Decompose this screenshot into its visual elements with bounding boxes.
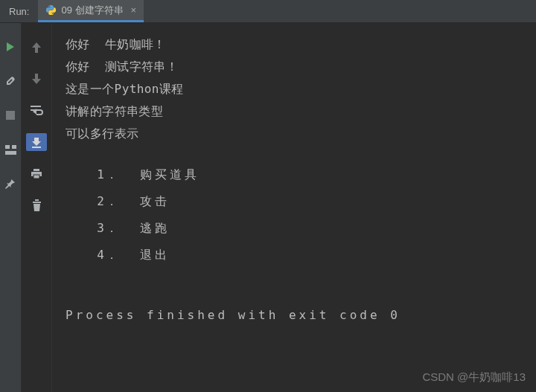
console-output[interactable]: 你好 牛奶咖啡！ 你好 测试字符串！ 这是一个Python课程 讲解的字符串类型…: [52, 23, 536, 392]
exit-message: Process finished with exit code 0: [66, 304, 536, 327]
menu-row: 4． 退出: [83, 242, 536, 269]
python-file-icon: [45, 4, 57, 16]
menu-row: 3． 逃跑: [83, 215, 536, 242]
svg-rect-5: [34, 169, 39, 171]
svg-rect-2: [12, 145, 16, 149]
svg-rect-9: [33, 202, 41, 203]
run-label: Run:: [0, 6, 38, 17]
menu-row: 2． 攻击: [83, 188, 536, 215]
run-tool-header: Run: 09 创建字符串 ×: [0, 0, 536, 23]
output-line: 讲解的字符串类型: [66, 100, 536, 123]
action-rail-right: [22, 23, 52, 392]
svg-rect-0: [6, 111, 15, 120]
edit-config-icon[interactable]: [3, 74, 18, 89]
run-config-tab[interactable]: 09 创建字符串 ×: [38, 0, 144, 22]
rerun-icon[interactable]: [3, 39, 18, 54]
menu-label: 购买道具: [140, 161, 200, 188]
up-arrow-icon[interactable]: [28, 39, 45, 56]
menu-label: 攻击: [140, 188, 170, 215]
output-line: 你好 测试字符串！: [66, 56, 536, 78]
menu-number: 2．: [83, 188, 140, 215]
svg-rect-3: [5, 151, 16, 155]
close-tab-icon[interactable]: ×: [131, 4, 137, 16]
soft-wrap-icon[interactable]: [28, 102, 45, 118]
action-rail-left: [0, 23, 22, 392]
watermark: CSDN @牛奶咖啡13: [422, 370, 526, 385]
output-line: 你好 牛奶咖啡！: [66, 33, 536, 56]
menu-number: 3．: [83, 215, 140, 242]
menu-label: 逃跑: [140, 215, 170, 242]
menu-number: 4．: [83, 242, 140, 269]
print-icon[interactable]: [28, 166, 45, 182]
menu-output: 1． 购买道具 2． 攻击 3． 逃跑 4． 退出: [83, 161, 536, 269]
output-line: 这是一个Python课程: [66, 78, 536, 100]
stop-icon[interactable]: [3, 108, 18, 123]
svg-rect-10: [35, 199, 39, 201]
run-panel-body: 你好 牛奶咖啡！ 你好 测试字符串！ 这是一个Python课程 讲解的字符串类型…: [0, 23, 536, 392]
output-line: 可以多行表示: [66, 123, 536, 145]
pin-icon[interactable]: [3, 176, 18, 191]
tab-title: 09 创建字符串: [61, 4, 123, 17]
svg-rect-7: [34, 175, 39, 179]
delete-icon[interactable]: [28, 197, 45, 213]
scroll-to-end-icon[interactable]: [26, 133, 47, 151]
layout-icon[interactable]: [3, 142, 18, 157]
menu-label: 退出: [140, 242, 170, 269]
menu-number: 1．: [83, 161, 140, 188]
menu-row: 1． 购买道具: [83, 161, 536, 188]
down-arrow-icon[interactable]: [28, 71, 45, 87]
svg-rect-4: [32, 147, 41, 148]
svg-rect-1: [5, 145, 10, 149]
